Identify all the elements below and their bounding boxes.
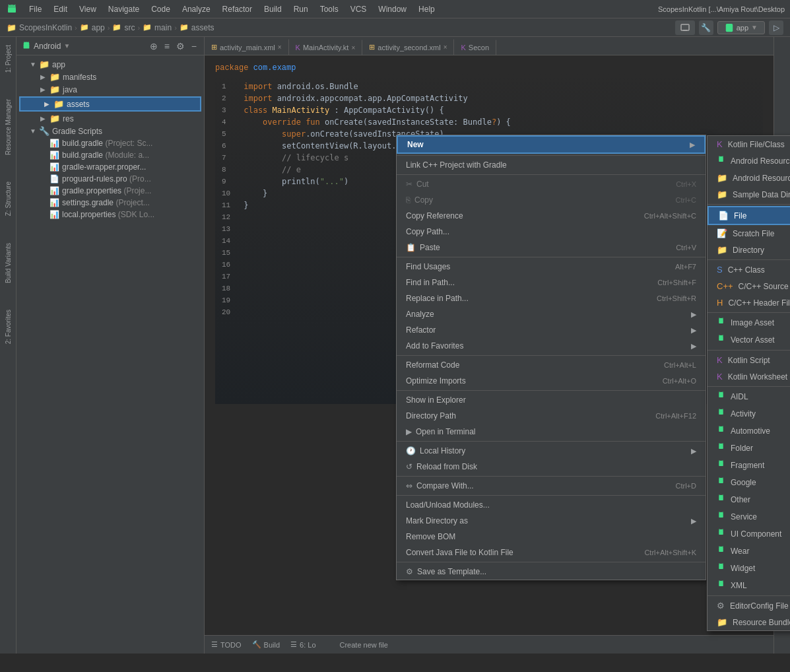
sub-item-aidl[interactable]: AIDL ▶ bbox=[708, 388, 790, 405]
sub-item-cpp-source[interactable]: C++ C/C++ Source File bbox=[708, 278, 790, 294]
ctx-item-dir-path[interactable]: Directory Path Ctrl+Alt+F12 bbox=[397, 408, 706, 424]
ctx-item-find-path[interactable]: Find in Path... Ctrl+Shift+F bbox=[397, 275, 706, 290]
breadcrumb-main[interactable]: 📁 main bbox=[143, 23, 172, 32]
tree-item-settings-gradle[interactable]: ▶ 📊 settings.gradle (Project... bbox=[16, 197, 204, 209]
ctx-item-optimize[interactable]: Optimize Imports Ctrl+Alt+O bbox=[397, 373, 706, 389]
ctx-item-copy-ref[interactable]: Copy Reference Ctrl+Alt+Shift+C bbox=[397, 208, 706, 224]
tab-activity-second[interactable]: ⊞ activity_second.xml × bbox=[362, 39, 454, 55]
sub-item-fragment[interactable]: Fragment ▶ bbox=[708, 457, 790, 474]
sidebar-tab-build-variants[interactable]: Build Variants bbox=[3, 238, 13, 288]
status-todo[interactable]: ☰ TODO bbox=[211, 640, 242, 649]
tree-item-assets[interactable]: ▶ 📁 assets bbox=[19, 96, 201, 112]
ctx-item-find-usages[interactable]: Find Usages Alt+F7 bbox=[397, 259, 706, 275]
tree-item-gradle-scripts[interactable]: ▼ 🔧 Gradle Scripts bbox=[16, 125, 204, 137]
sidebar-tab-favorites[interactable]: 2: Favorites bbox=[3, 304, 13, 349]
menu-help[interactable]: Help bbox=[413, 3, 440, 16]
sub-item-image-asset[interactable]: Image Asset bbox=[708, 314, 790, 331]
ctx-item-analyze[interactable]: Analyze ▶ bbox=[397, 306, 706, 322]
ctx-item-reload[interactable]: ↺ Reload from Disk bbox=[397, 459, 706, 475]
sidebar-tab-structure[interactable]: Z: Structure bbox=[3, 176, 13, 221]
sub-item-kotlin-file[interactable]: K Kotlin File/Class bbox=[708, 136, 790, 152]
menu-code[interactable]: Code bbox=[146, 3, 176, 16]
sub-item-android-resource-dir[interactable]: 📁 Android Resource Directory bbox=[708, 170, 790, 186]
sub-item-automotive[interactable]: Automotive ▶ bbox=[708, 422, 790, 440]
panel-icon-sync[interactable]: ⊕ bbox=[148, 40, 160, 52]
sub-item-ui-component[interactable]: UI Component ▶ bbox=[708, 525, 790, 543]
tree-item-app[interactable]: ▼ 📁 app bbox=[16, 58, 204, 71]
tree-item-build-gradle-mod[interactable]: ▶ 📊 build.gradle (Module: a... bbox=[16, 149, 204, 161]
device-btn[interactable] bbox=[675, 20, 695, 35]
ctx-item-replace-path[interactable]: Replace in Path... Ctrl+Shift+R bbox=[397, 290, 706, 306]
sidebar-tab-resource[interactable]: Resource Manager bbox=[3, 94, 13, 160]
breadcrumb-src[interactable]: 📁 src bbox=[112, 23, 135, 32]
sub-item-widget[interactable]: Widget ▶ bbox=[708, 560, 790, 577]
tree-item-java[interactable]: ▶ 📁 java bbox=[16, 83, 204, 96]
ctx-item-compare[interactable]: ⇔ Compare With... Ctrl+D bbox=[397, 478, 706, 494]
tree-item-build-gradle-proj[interactable]: ▶ 📊 build.gradle (Project: Sc... bbox=[16, 137, 204, 149]
sub-item-vector-asset[interactable]: Vector Asset bbox=[708, 331, 790, 349]
ctx-item-add-favorites[interactable]: Add to Favorites ▶ bbox=[397, 338, 706, 354]
menu-view[interactable]: View bbox=[74, 3, 102, 16]
more-btn[interactable]: ▷ bbox=[769, 20, 783, 35]
sub-item-google[interactable]: Google ▶ bbox=[708, 474, 790, 491]
breadcrumb-assets[interactable]: 📁 assets bbox=[180, 23, 214, 32]
ctx-item-reformat[interactable]: Reformat Code Ctrl+Alt+L bbox=[397, 357, 706, 373]
breadcrumb-app[interactable]: 📁 app bbox=[80, 23, 105, 32]
ctx-item-paste[interactable]: 📋 Paste Ctrl+V bbox=[397, 240, 706, 255]
sub-item-android-resource-file[interactable]: Android Resource File bbox=[708, 152, 790, 170]
ctx-item-cut[interactable]: ✂ Cut Ctrl+X bbox=[397, 176, 706, 192]
tree-item-res[interactable]: ▶ 📁 res bbox=[16, 112, 204, 125]
sub-item-xml[interactable]: XML ▶ bbox=[708, 577, 790, 594]
sub-item-cpp-class[interactable]: S C++ Class bbox=[708, 261, 790, 278]
ctx-item-refactor[interactable]: Refactor ▶ bbox=[397, 322, 706, 338]
ctx-item-link-cpp[interactable]: Link C++ Project with Gradle bbox=[397, 157, 706, 173]
ctx-item-load-modules[interactable]: Load/Unload Modules... bbox=[397, 497, 706, 513]
menu-analyze[interactable]: Analyze bbox=[177, 3, 216, 16]
sub-item-kotlin-worksheet[interactable]: K Kotlin Worksheet bbox=[708, 368, 790, 385]
tree-item-proguard[interactable]: ▶ 📄 proguard-rules.pro (Pro... bbox=[16, 173, 204, 185]
sub-item-other[interactable]: Other ▶ bbox=[708, 491, 790, 508]
ctx-item-remove-bom[interactable]: Remove BOM bbox=[397, 529, 706, 545]
tab-close-0[interactable]: × bbox=[278, 44, 282, 51]
menu-build[interactable]: Build bbox=[259, 3, 287, 16]
tree-item-gradle-props[interactable]: ▶ 📊 gradle.properties (Proje... bbox=[16, 185, 204, 197]
tab-activity-main[interactable]: ⊞ activity_main.xml × bbox=[205, 39, 289, 55]
sub-item-folder[interactable]: Folder ▶ bbox=[708, 440, 790, 457]
sub-item-editor-config[interactable]: ⚙ EditorConfig File bbox=[708, 597, 790, 614]
menu-window[interactable]: Window bbox=[373, 3, 412, 16]
sub-item-wear[interactable]: Wear ▶ bbox=[708, 543, 790, 560]
tab-secon[interactable]: K Secon bbox=[454, 40, 496, 55]
menu-run[interactable]: Run bbox=[288, 3, 313, 16]
sub-item-activity[interactable]: Activity ▶ bbox=[708, 405, 790, 422]
sub-item-directory[interactable]: 📁 Directory bbox=[708, 242, 790, 258]
tree-item-gradle-wrapper[interactable]: ▶ 📊 gradle-wrapper.proper... bbox=[16, 161, 204, 173]
ctx-item-copy-path[interactable]: Copy Path... bbox=[397, 224, 706, 240]
app-run-btn[interactable]: app ▼ bbox=[717, 21, 765, 34]
wrench-btn[interactable]: 🔧 bbox=[699, 20, 713, 35]
sidebar-tab-project[interactable]: 1: Project bbox=[3, 40, 13, 78]
menu-file[interactable]: File bbox=[24, 3, 47, 16]
tree-item-local-props[interactable]: ▶ 📊 local.properties (SDK Lo... bbox=[16, 209, 204, 220]
sub-item-file[interactable]: 📄 File bbox=[708, 206, 790, 225]
tab-close-2[interactable]: × bbox=[444, 44, 447, 51]
ctx-item-mark-dir[interactable]: Mark Directory as ▶ bbox=[397, 513, 706, 529]
status-log[interactable]: ☰ 6: Lo bbox=[290, 640, 315, 649]
ctx-item-open-terminal[interactable]: ▶ Open in Terminal bbox=[397, 424, 706, 440]
sub-item-scratch[interactable]: 📝 Scratch File Ctrl+Alt+Shift+Insert bbox=[708, 225, 790, 242]
menu-vcs[interactable]: VCS bbox=[345, 3, 372, 16]
sub-item-resource-bundle[interactable]: 📁 Resource Bundle bbox=[708, 614, 790, 630]
panel-icon-settings[interactable]: ⚙ bbox=[174, 40, 187, 52]
panel-icon-layout[interactable]: ≡ bbox=[162, 40, 172, 52]
menu-edit[interactable]: Edit bbox=[48, 3, 73, 16]
status-build[interactable]: 🔨 Build bbox=[252, 640, 280, 649]
tab-mainactivity[interactable]: K MainActivity.kt × bbox=[289, 40, 363, 55]
ctx-item-show-explorer[interactable]: Show in Explorer bbox=[397, 392, 706, 408]
sub-item-cpp-header[interactable]: H C/C++ Header File bbox=[708, 294, 790, 311]
ctx-item-convert-java[interactable]: Convert Java File to Kotlin File Ctrl+Al… bbox=[397, 545, 706, 560]
sub-item-sample-data-dir[interactable]: 📁 Sample Data Directory bbox=[708, 186, 790, 203]
tab-close-1[interactable]: × bbox=[351, 44, 355, 51]
ctx-item-local-history[interactable]: 🕐 Local History ▶ bbox=[397, 443, 706, 459]
panel-dropdown[interactable]: ▼ bbox=[63, 42, 70, 50]
ctx-item-create-gist[interactable]: ⚙ Save as Template... bbox=[397, 564, 706, 580]
sub-item-service[interactable]: Service ▶ bbox=[708, 508, 790, 525]
